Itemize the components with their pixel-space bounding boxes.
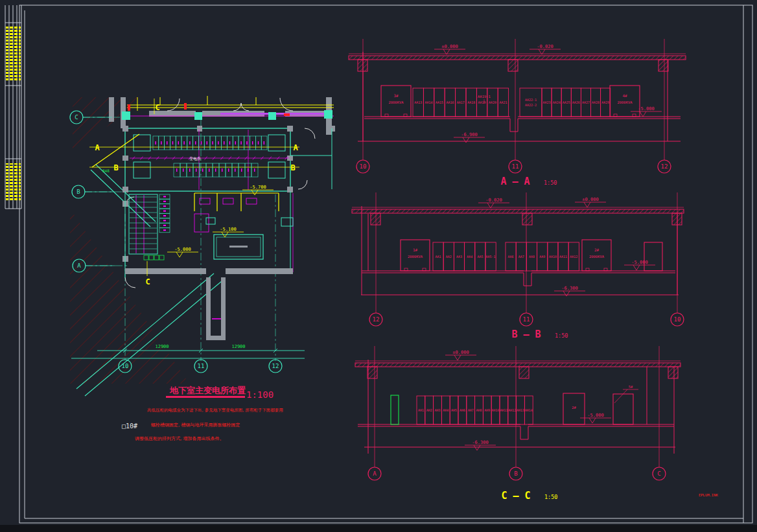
plan-cabinet-tag <box>196 168 196 172</box>
cabinet-label: AA10 <box>549 255 557 259</box>
titleblock-vertical-text <box>6 26 21 81</box>
cabinet-label: AA5-1 <box>486 255 496 259</box>
cabinet-label: AH12 <box>508 408 516 412</box>
elevation-text: ±0.000 <box>441 44 458 49</box>
plan-scale: 1:100 <box>246 389 274 400</box>
transformer-label: 4# <box>622 93 627 98</box>
grid-bubble-label: A <box>373 470 377 477</box>
grid-bubble-label: B <box>514 470 517 477</box>
watermark-text: EPLUM.INK <box>699 493 718 497</box>
cad-viewport[interactable]: CBA1011121290012900AABBCC-5.100-5.000-5.… <box>0 0 757 532</box>
cabinet-label: AA6 <box>508 255 514 259</box>
grid-bubble-label: 10 <box>122 363 129 369</box>
cabinet-label: AA3 <box>456 255 462 259</box>
bottom-strip <box>0 525 757 532</box>
dimension-text: 12900 <box>155 344 169 349</box>
plan-cabinet-tag <box>235 141 236 145</box>
elevation-text: ±0.000 <box>452 350 469 355</box>
slab <box>352 209 684 213</box>
cabinet-label: AA14 <box>425 100 433 104</box>
note-prefix: □10# <box>122 422 137 430</box>
plan-panel-tag <box>163 201 166 202</box>
transformer-kva: 2000KVA <box>617 100 633 104</box>
elevation-text: -5.000 <box>638 106 654 111</box>
plan-cabinet-tag <box>240 141 241 145</box>
note-line-1: 高低压柜的电缆全为下进下出, 参见地下室变电所图, 所有柜子下面都要用 <box>147 408 283 413</box>
plan-panel-tag <box>163 220 166 221</box>
slab <box>349 56 686 60</box>
section-title: B — B <box>511 329 541 340</box>
cabinet-label: AH10 <box>492 408 500 412</box>
plan-cabinet-tag <box>228 168 229 172</box>
transformer-kva: 2000KVA <box>408 255 423 259</box>
plan-cabinet-tag <box>207 141 207 145</box>
transformer-kva: 2000KVA <box>388 100 404 104</box>
cabinet-label: AH4 <box>443 408 448 412</box>
cabinet-label: AA1 <box>436 255 441 259</box>
section-title: A — A <box>500 176 530 187</box>
plan-cabinet-tag <box>172 141 173 145</box>
leader-text: 5# <box>629 385 633 389</box>
cabinet-label: AH14 <box>525 408 533 412</box>
cabinet-label: AA19 <box>478 100 486 104</box>
grid-bubble-label: B <box>76 189 80 195</box>
cabinet-label: AH2 <box>426 408 432 412</box>
elevation-text: -0.020 <box>537 44 553 49</box>
column <box>508 60 518 71</box>
column <box>519 367 529 378</box>
plan-cabinet-tag <box>183 141 184 145</box>
plan-cabinet-tag <box>229 141 230 145</box>
elevation-text: ±0.000 <box>582 197 598 202</box>
grid-bubble-label: 11 <box>198 363 205 369</box>
plan-panel-tag <box>163 215 166 216</box>
grid-bubble-label: 10 <box>674 316 681 323</box>
plan-cabinet-tag <box>161 141 161 145</box>
grid-bubble-label: C <box>75 114 78 121</box>
elevation-text: -5.000 <box>631 260 647 265</box>
elevation-text: -0.020 <box>485 198 502 203</box>
cabinet-label: AA13 <box>414 100 422 104</box>
green-dim-text: 848 <box>102 168 110 173</box>
plan-cabinet-tag <box>178 141 179 145</box>
plan-cabinet-tag <box>183 168 183 172</box>
section-mark-letter: C <box>155 103 159 112</box>
plan-cabinet-tag <box>167 141 167 145</box>
grid-bubble-label: 12 <box>661 163 668 170</box>
elevation-text: -5.100 <box>220 227 236 232</box>
plan-cabinet-tag <box>195 141 196 145</box>
cabinet-label: AA29 <box>601 100 609 104</box>
section-title: C — C <box>501 490 530 502</box>
cabinet-sub-label: AA19-1 <box>478 95 491 98</box>
cabinet-label: AA26 <box>572 100 580 104</box>
titleblock-vertical-text <box>6 163 21 201</box>
plan-panel-tag <box>163 229 166 231</box>
cabinet-label: AH6 <box>460 408 465 412</box>
cabinet-label: AA28 <box>592 100 600 104</box>
cabinet-label: AA24 <box>553 100 561 104</box>
title-underline <box>166 396 245 398</box>
cabinet-label: AH9 <box>484 408 490 412</box>
plan-cabinet-tag <box>258 141 259 145</box>
plan-cabinet-tag <box>241 168 242 172</box>
plan-panel-tag <box>163 211 166 212</box>
note-line-3: 调整低压柜的排列方式, 增加备用出线条件。 <box>135 435 224 441</box>
dimension-text: 12900 <box>231 344 245 349</box>
transformer-label: 1# <box>413 248 418 252</box>
plan-title: 地下室主变电所布置 <box>169 386 246 395</box>
grid-bubble-label: 12 <box>272 363 279 369</box>
plan-cabinet-tag <box>189 168 190 172</box>
cad-drawing: CBA1011121290012900AABBCC-5.100-5.000-5.… <box>0 0 757 532</box>
elevation-text: -6.300 <box>472 440 488 445</box>
cabinet-label: AH11 <box>500 408 507 412</box>
cabinet-label: AA20 <box>489 100 496 104</box>
plan-cabinet-tag <box>254 168 255 172</box>
plan-cabinet-tag <box>222 168 222 172</box>
column <box>371 213 380 225</box>
cabinet-label: AH13 <box>517 408 524 412</box>
section-mark-letter: B <box>290 163 295 172</box>
column <box>522 213 532 225</box>
cabinet-label: AA15 <box>436 100 443 104</box>
cabinet-label: AH3 <box>434 408 440 412</box>
grid-bubble-label: C <box>657 470 660 477</box>
plan-cabinet-tag <box>209 168 209 172</box>
